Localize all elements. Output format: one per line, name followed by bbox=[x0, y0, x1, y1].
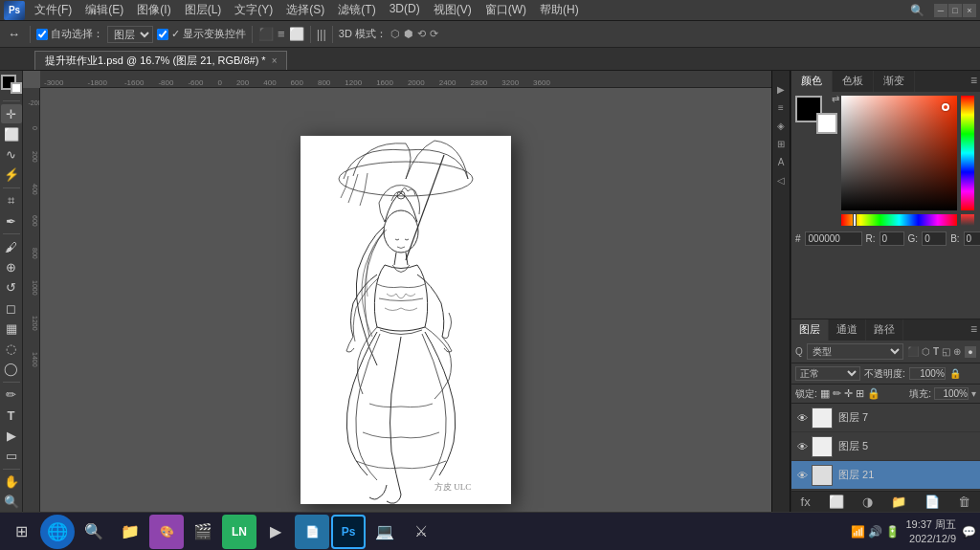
tab-swatches[interactable]: 色板 bbox=[833, 71, 874, 92]
panel-menu-icon[interactable]: ≡ bbox=[968, 71, 980, 92]
menu-help[interactable]: 帮助(H) bbox=[534, 0, 585, 20]
side-icon-1[interactable]: ▶ bbox=[772, 80, 790, 98]
taskbar-icon-app1[interactable]: 🎨 bbox=[149, 515, 184, 549]
hex-input[interactable] bbox=[805, 231, 862, 246]
restore-button[interactable]: □ bbox=[948, 4, 962, 17]
background-color-swatch[interactable] bbox=[11, 82, 22, 94]
clock[interactable]: 19:37 周五 2022/12/9 bbox=[905, 517, 956, 545]
lock-artboard-icon[interactable]: ⊞ bbox=[856, 387, 864, 400]
close-button[interactable]: × bbox=[963, 4, 976, 17]
tab-channels[interactable]: 通道 bbox=[829, 319, 866, 341]
taskbar-icon-app6[interactable]: 💻 bbox=[368, 515, 402, 549]
menu-text[interactable]: 文字(Y) bbox=[229, 0, 278, 20]
menu-filter[interactable]: 滤镜(T) bbox=[332, 0, 381, 20]
menu-3d[interactable]: 3D(D) bbox=[384, 0, 426, 20]
taskbar-icon-app2[interactable]: 🎬 bbox=[186, 515, 220, 549]
color-spectrum[interactable] bbox=[841, 96, 957, 210]
hand-tool[interactable]: ✋ bbox=[1, 473, 22, 492]
filter-toggle[interactable]: ● bbox=[965, 346, 976, 358]
menu-layer[interactable]: 图层(L) bbox=[179, 0, 228, 20]
active-tab[interactable]: 提升班作业1.psd @ 16.7% (图层 21, RGB/8#) * × bbox=[34, 51, 287, 70]
menu-file[interactable]: 文件(F) bbox=[29, 0, 78, 20]
sys-icon-battery[interactable]: 🔋 bbox=[885, 525, 900, 539]
layer-fx-button[interactable]: fx bbox=[801, 495, 811, 509]
taskbar-icon-app5[interactable]: 📄 bbox=[295, 515, 329, 549]
tab-layers[interactable]: 图层 bbox=[791, 319, 829, 341]
layer-item-layer7[interactable]: 👁 图层 7 bbox=[791, 404, 980, 432]
path-select-tool[interactable]: ▶ bbox=[1, 426, 22, 445]
lock-position-icon[interactable]: ✛ bbox=[844, 387, 853, 400]
side-icon-2[interactable]: ≡ bbox=[772, 99, 790, 116]
layer-select[interactable]: 图层 组 bbox=[107, 26, 153, 43]
bg-swatch[interactable] bbox=[816, 113, 837, 134]
search-icon[interactable]: 🔍 bbox=[906, 2, 928, 19]
magic-wand-tool[interactable]: ⚡ bbox=[1, 165, 22, 185]
gradient-tool[interactable]: ▦ bbox=[1, 319, 22, 338]
lock-pixels-icon[interactable]: ✏ bbox=[833, 387, 841, 400]
3d-mode-icon4[interactable]: ⟳ bbox=[430, 28, 438, 40]
marquee-tool[interactable]: ⬜ bbox=[1, 124, 22, 143]
layer-item-layer5[interactable]: 👁 图层 5 bbox=[791, 432, 980, 461]
dodge-tool[interactable]: ◯ bbox=[1, 360, 22, 379]
side-icon-6[interactable]: ◁ bbox=[772, 171, 790, 188]
filter-text-icon[interactable]: T bbox=[933, 346, 939, 357]
blend-mode-select[interactable]: 正常 bbox=[795, 366, 860, 381]
crop-tool[interactable]: ⌗ bbox=[1, 191, 22, 210]
pen-tool[interactable]: ✏ bbox=[1, 385, 22, 405]
tab-close[interactable]: × bbox=[272, 55, 278, 66]
3d-mode-icon[interactable]: ⬡ bbox=[390, 28, 400, 40]
layer-eye-layer7[interactable]: 👁 bbox=[795, 411, 809, 425]
layer-group-button[interactable]: 📁 bbox=[891, 495, 906, 509]
menu-edit[interactable]: 编辑(E) bbox=[79, 0, 129, 20]
history-brush-tool[interactable]: ↺ bbox=[1, 278, 22, 297]
opacity-lock-icon[interactable]: 🔒 bbox=[949, 368, 961, 379]
align-center-icon[interactable]: ≡ bbox=[278, 27, 285, 41]
3d-mode-icon3[interactable]: ⟲ bbox=[417, 28, 426, 40]
color-value-g[interactable] bbox=[922, 231, 947, 246]
taskbar-photoshop[interactable]: Ps bbox=[331, 515, 366, 549]
start-button[interactable]: ⊞ bbox=[4, 515, 38, 549]
tab-paths[interactable]: 路径 bbox=[866, 319, 903, 341]
show-transform-checkbox[interactable] bbox=[157, 29, 168, 40]
canvas-work-area[interactable]: 方皮 ULC bbox=[40, 88, 771, 512]
side-icon-3[interactable]: ◈ bbox=[772, 117, 790, 134]
sys-icon-volume[interactable]: 🔊 bbox=[868, 525, 882, 539]
align-left-icon[interactable]: ⬛ bbox=[258, 27, 274, 41]
shape-tool[interactable]: ▭ bbox=[1, 446, 22, 465]
tool-options-icon[interactable]: ↔ bbox=[4, 26, 24, 42]
swap-colors-icon[interactable]: ⇄ bbox=[832, 94, 839, 104]
lock-transparent-icon[interactable]: ▦ bbox=[820, 387, 830, 400]
menu-image[interactable]: 图像(I) bbox=[131, 0, 176, 20]
hue-slider[interactable] bbox=[841, 214, 957, 226]
taskbar-browser[interactable]: 🌐 bbox=[40, 515, 75, 549]
fill-input[interactable] bbox=[934, 387, 969, 400]
blur-tool[interactable]: ◌ bbox=[1, 339, 22, 358]
filter-type-select[interactable]: 类型 bbox=[807, 343, 903, 360]
tab-color[interactable]: 颜色 bbox=[791, 71, 833, 92]
side-icon-4[interactable]: ⊞ bbox=[772, 135, 790, 152]
layer-new-button[interactable]: 📄 bbox=[924, 495, 940, 509]
layer-item-layer21[interactable]: 👁 图层 21 bbox=[791, 461, 980, 490]
clone-tool[interactable]: ⊕ bbox=[1, 258, 22, 277]
eyedropper-tool[interactable]: ✒ bbox=[1, 211, 22, 231]
brush-tool[interactable]: 🖌 bbox=[1, 237, 22, 256]
side-icon-5[interactable]: A bbox=[772, 153, 790, 170]
taskbar-search[interactable]: 🔍 bbox=[77, 515, 111, 549]
align-right-icon[interactable]: ⬜ bbox=[289, 27, 304, 41]
opacity-strip[interactable] bbox=[961, 214, 974, 226]
filter-smart-icon[interactable]: ⊕ bbox=[953, 346, 961, 357]
type-tool[interactable]: T bbox=[1, 406, 22, 425]
sys-icon-network[interactable]: 📶 bbox=[851, 525, 865, 539]
fill-options-icon[interactable]: ▾ bbox=[971, 388, 976, 399]
layer-adjustment-button[interactable]: ◑ bbox=[862, 495, 873, 509]
layer-eye-layer5[interactable]: 👁 bbox=[795, 440, 809, 453]
layer-mask-button[interactable]: ⬜ bbox=[829, 495, 844, 509]
menu-window[interactable]: 窗口(W) bbox=[479, 0, 532, 20]
color-value-b[interactable] bbox=[964, 231, 980, 246]
vertical-color-strip[interactable] bbox=[961, 96, 974, 210]
filter-adjust-icon[interactable]: ⬡ bbox=[922, 346, 930, 357]
color-value-r[interactable] bbox=[880, 231, 904, 246]
zoom-tool[interactable]: 🔍 bbox=[1, 493, 22, 512]
taskbar-explorer[interactable]: 📁 bbox=[113, 515, 147, 549]
move-tool[interactable]: ✛ bbox=[1, 104, 22, 123]
